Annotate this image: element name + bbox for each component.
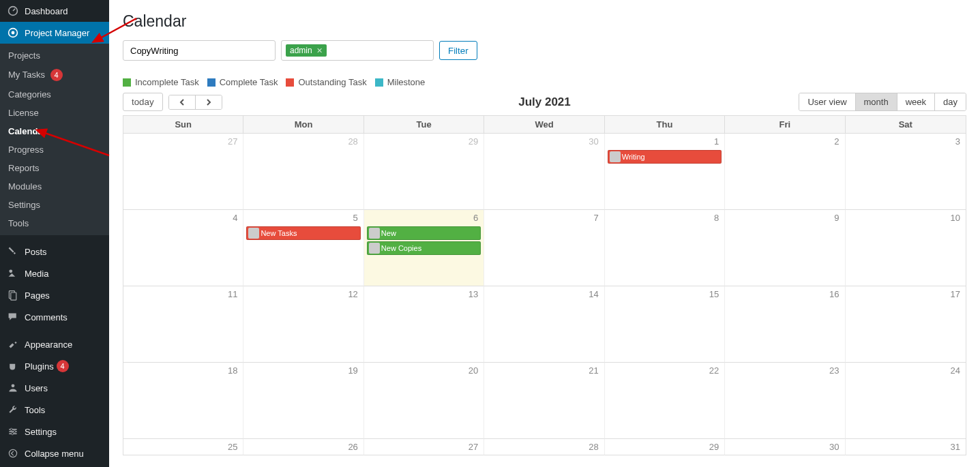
svg-point-3 <box>9 269 12 273</box>
my-tasks-badge: 4 <box>50 69 63 81</box>
event-new-copies[interactable]: New Copies <box>367 241 481 255</box>
sidebar-label: Pages <box>25 290 50 301</box>
sub-license[interactable]: License <box>0 104 109 122</box>
calendar-cell[interactable]: 29 <box>364 134 484 210</box>
sub-my-tasks[interactable]: My Tasks 4 <box>0 65 109 85</box>
filter-button[interactable]: Filter <box>439 41 477 60</box>
legend-color-blue <box>207 78 216 87</box>
view-month[interactable]: month <box>855 93 897 110</box>
calendar-header-row: Sun Mon Tue Wed Thu Fri Sat <box>123 116 966 134</box>
sidebar-label: Posts <box>25 247 47 257</box>
sub-categories[interactable]: Categories <box>0 85 109 104</box>
calendar-cell[interactable]: 1 Writing <box>605 134 725 210</box>
next-button[interactable] <box>196 95 222 109</box>
calendar-cell[interactable]: 24 <box>846 363 966 439</box>
project-select-input[interactable] <box>123 40 276 61</box>
calendar-cell[interactable]: 21 <box>484 363 604 439</box>
calendar-cell[interactable]: 17 <box>846 286 966 363</box>
legend-outstanding: Outstanding Task <box>286 77 366 87</box>
sidebar-item-comments[interactable]: Comments <box>0 306 109 328</box>
user-tag-input[interactable]: admin ✕ <box>281 40 434 61</box>
calendar-cell[interactable]: 26 <box>243 439 363 455</box>
sidebar-label: Collapse menu <box>25 449 84 459</box>
sidebar-item-settings[interactable]: Settings <box>0 421 109 442</box>
calendar-cell[interactable]: 27 <box>123 134 243 210</box>
view-user[interactable]: User view <box>799 93 855 110</box>
calendar-cell[interactable]: 25 <box>123 439 243 455</box>
calendar-cell[interactable]: 10 <box>846 210 966 286</box>
calendar-cell[interactable]: 5 New Tasks <box>243 210 363 286</box>
calendar-cell-today[interactable]: 6 New New Copies <box>364 210 484 286</box>
calendar-cell[interactable]: 29 <box>605 439 725 455</box>
tag-label: admin <box>290 46 312 55</box>
event-writing[interactable]: Writing <box>608 150 722 164</box>
day-header: Thu <box>605 116 725 134</box>
sidebar-label: Plugins <box>25 361 54 372</box>
event-new[interactable]: New <box>367 226 481 240</box>
calendar-cell[interactable]: 8 <box>605 210 725 286</box>
calendar-week-row: 11 12 13 14 15 16 17 <box>123 286 966 363</box>
view-week[interactable]: week <box>897 93 934 110</box>
sub-tools[interactable]: Tools <box>0 214 109 232</box>
sidebar-item-plugins[interactable]: Plugins 4 <box>0 355 109 377</box>
sidebar-item-users[interactable]: Users <box>0 377 109 399</box>
calendar-cell[interactable]: 19 <box>243 363 363 439</box>
calendar-cell[interactable]: 27 <box>364 439 484 455</box>
calendar-cell[interactable]: 31 <box>846 439 966 455</box>
sidebar-item-appearance[interactable]: Appearance <box>0 333 109 355</box>
legend-milestone: Milestone <box>375 77 426 87</box>
sidebar-item-collapse[interactable]: Collapse menu <box>0 442 109 464</box>
calendar-cell[interactable]: 18 <box>123 363 243 439</box>
calendar-cell[interactable]: 11 <box>123 286 243 363</box>
sidebar-label: Comments <box>25 312 68 322</box>
calendar-cell[interactable]: 23 <box>725 363 845 439</box>
user-tag-chip[interactable]: admin ✕ <box>286 44 327 57</box>
sidebar-item-pages[interactable]: Pages <box>0 284 109 306</box>
calendar-cell[interactable]: 22 <box>605 363 725 439</box>
calendar-cell[interactable]: 2 <box>725 134 845 210</box>
calendar-cell[interactable]: 12 <box>243 286 363 363</box>
calendar-cell[interactable]: 15 <box>605 286 725 363</box>
sub-projects[interactable]: Projects <box>0 46 109 65</box>
calendar-cell[interactable]: 7 <box>484 210 604 286</box>
calendar-cell[interactable]: 9 <box>725 210 845 286</box>
svg-point-11 <box>14 430 16 432</box>
day-header: Sun <box>123 116 243 134</box>
sidebar-item-project-manager[interactable]: Project Manager <box>0 22 109 44</box>
calendar-cell[interactable]: 20 <box>364 363 484 439</box>
calendar-cell[interactable]: 30 <box>484 134 604 210</box>
sub-settings[interactable]: Settings <box>0 196 109 214</box>
remove-tag-icon[interactable]: ✕ <box>316 46 323 55</box>
svg-point-13 <box>9 449 16 457</box>
calendar-week-row: 27 28 29 30 1 Writing 2 3 <box>123 134 966 210</box>
prev-button[interactable] <box>169 95 196 109</box>
calendar-cell[interactable]: 4 <box>123 210 243 286</box>
calendar-cell[interactable]: 28 <box>243 134 363 210</box>
event-new-tasks[interactable]: New Tasks <box>246 226 360 240</box>
svg-point-12 <box>12 433 14 435</box>
legend-color-teal <box>375 78 383 87</box>
sidebar-label: Settings <box>25 427 57 437</box>
calendar-cell[interactable]: 28 <box>484 439 604 455</box>
sidebar-item-media[interactable]: Media <box>0 262 109 284</box>
sidebar-label: Tools <box>25 405 45 415</box>
calendar-cell[interactable]: 13 <box>364 286 484 363</box>
calendar-cell[interactable]: 30 <box>725 439 845 455</box>
day-header: Tue <box>364 116 484 134</box>
users-icon <box>7 382 19 394</box>
sub-modules[interactable]: Modules <box>0 177 109 196</box>
calendar-cell[interactable]: 3 <box>846 134 966 210</box>
sidebar-item-dashboard[interactable]: Dashboard <box>0 0 109 22</box>
day-header: Fri <box>725 116 845 134</box>
day-header: Mon <box>243 116 363 134</box>
today-button[interactable]: today <box>123 93 163 111</box>
calendar-cell[interactable]: 16 <box>725 286 845 363</box>
main-content: Calendar admin ✕ Filter Incomplete Task … <box>109 0 980 467</box>
view-day[interactable]: day <box>934 93 966 110</box>
legend-color-green <box>123 78 131 87</box>
settings-icon <box>7 425 19 438</box>
calendar-cell[interactable]: 14 <box>484 286 604 363</box>
tools-icon <box>7 404 19 416</box>
sidebar-item-posts[interactable]: Posts <box>0 241 109 262</box>
sidebar-item-tools[interactable]: Tools <box>0 399 109 421</box>
